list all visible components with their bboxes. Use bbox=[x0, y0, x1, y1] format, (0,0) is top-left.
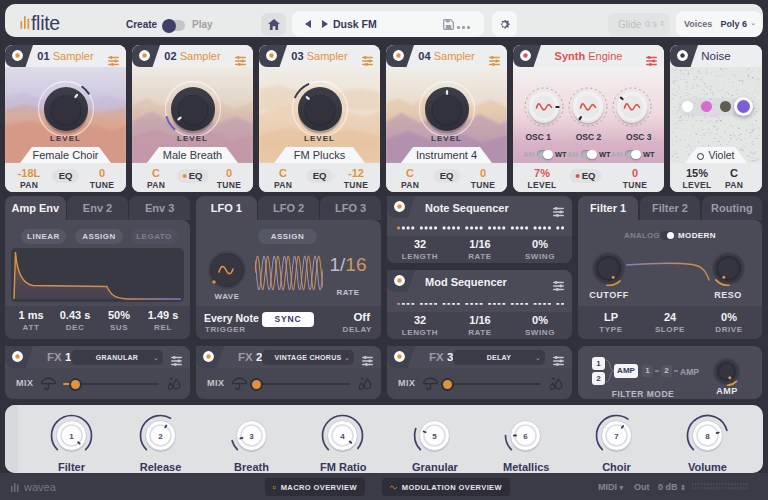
svg-text:1: 1 bbox=[69, 432, 74, 441]
svg-text:3: 3 bbox=[249, 432, 254, 441]
svg-text:7: 7 bbox=[614, 432, 619, 441]
svg-text:5: 5 bbox=[432, 432, 437, 441]
svg-text:2: 2 bbox=[158, 432, 163, 441]
svg-text:8: 8 bbox=[705, 432, 710, 441]
svg-text:6: 6 bbox=[523, 432, 528, 441]
svg-text:4: 4 bbox=[340, 432, 345, 441]
